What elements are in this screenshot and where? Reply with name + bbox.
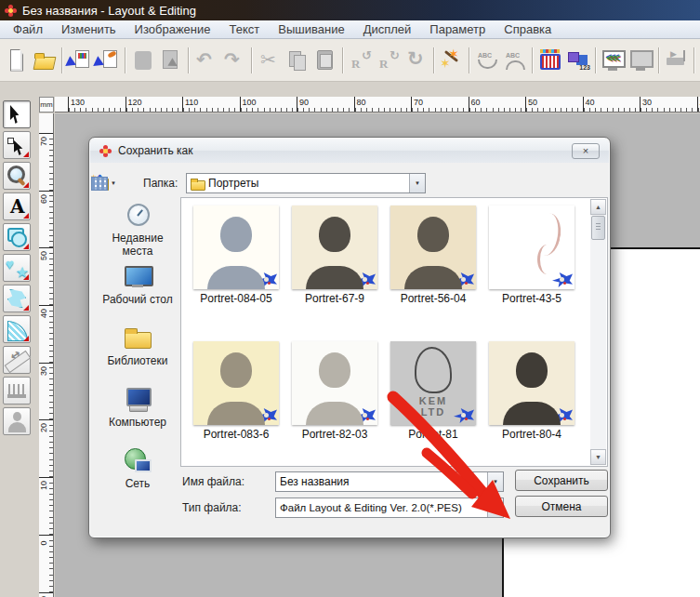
- toolbar-button-icon[interactable]: [601, 47, 627, 73]
- toolbar-button-icon[interactable]: [158, 47, 184, 73]
- tool-button-icon[interactable]: [3, 285, 31, 312]
- tool-button-icon[interactable]: [3, 407, 31, 435]
- toolbar-button-icon[interactable]: [284, 47, 310, 73]
- toolbar-button-icon[interactable]: [469, 47, 470, 73]
- ruler-tick-label: 100: [240, 97, 297, 112]
- place-item[interactable]: Недавние места: [97, 201, 178, 260]
- dialog-flower-icon: [99, 145, 112, 157]
- save-button[interactable]: Сохранить: [515, 470, 608, 491]
- close-icon[interactable]: ×: [572, 143, 600, 159]
- place-item[interactable]: Рабочий стол: [97, 262, 178, 322]
- file-thumbnail[interactable]: [193, 206, 279, 289]
- toolbar-button-icon[interactable]: [664, 47, 690, 73]
- file-item[interactable]: Portret-43-5: [482, 204, 581, 339]
- toolbar-button-icon[interactable]: [439, 47, 465, 73]
- tool-button-icon[interactable]: [3, 131, 31, 159]
- place-label: Библиотеки: [107, 354, 167, 367]
- menu-item[interactable]: Справка: [495, 20, 561, 38]
- file-item[interactable]: Portret-80-4: [482, 339, 581, 475]
- toolbar-button-icon[interactable]: [257, 47, 283, 73]
- file-thumbnail[interactable]: [193, 341, 279, 425]
- file-name: Portret-82-03: [285, 428, 384, 441]
- app-titlebar[interactable]: Без названия - Layout & Editing: [0, 0, 700, 20]
- tool-button-icon[interactable]: [3, 100, 31, 128]
- dialog-nav-button-icon[interactable]: [89, 173, 119, 192]
- toolbar-button-icon[interactable]: [502, 47, 528, 73]
- file-thumbnail[interactable]: [489, 341, 575, 425]
- menu-item[interactable]: Файл: [4, 20, 52, 38]
- file-thumbnail[interactable]: [292, 206, 377, 289]
- filename-value[interactable]: Без названия: [280, 475, 350, 488]
- chevron-down-icon[interactable]: [409, 174, 425, 192]
- tool-button-icon[interactable]: [3, 315, 31, 343]
- toolbar-button-icon[interactable]: [4, 47, 30, 73]
- folder-combobox[interactable]: Портреты: [186, 173, 426, 193]
- file-item[interactable]: Portret-67-9: [285, 204, 384, 339]
- toolbar-button-icon[interactable]: [95, 47, 121, 73]
- tool-button-icon[interactable]: [3, 223, 31, 251]
- scroll-down-icon[interactable]: ▼: [590, 449, 606, 465]
- toolbar-button-icon[interactable]: [348, 47, 374, 73]
- file-item[interactable]: Portret-82-03: [285, 339, 384, 475]
- toolbar-button-icon[interactable]: [537, 47, 563, 73]
- menu-item[interactable]: Дисплей: [354, 20, 421, 38]
- menu-item[interactable]: Изображение: [125, 20, 220, 38]
- toolbar-button-icon[interactable]: [628, 47, 654, 73]
- file-item[interactable]: KEM LTD Portret-81: [384, 339, 482, 475]
- scrollbar[interactable]: ▲ ▼: [590, 199, 606, 465]
- toolbar-button-icon[interactable]: [403, 47, 429, 73]
- toolbar-button-icon[interactable]: [342, 47, 344, 73]
- menu-item[interactable]: Изменить: [52, 20, 125, 38]
- toolbar-button-icon[interactable]: [188, 47, 190, 73]
- toolbar-button-icon[interactable]: [565, 47, 591, 73]
- cancel-button[interactable]: Отмена: [515, 496, 608, 517]
- chevron-down-icon[interactable]: [487, 472, 503, 491]
- toolbar-button-icon[interactable]: [125, 47, 126, 73]
- file-item[interactable]: Portret-084-05: [187, 204, 285, 339]
- menu-item[interactable]: Параметр: [420, 20, 495, 38]
- toolbar-button-icon[interactable]: [658, 47, 660, 73]
- toolbar-button-icon[interactable]: [693, 47, 695, 73]
- toolbar-button-icon[interactable]: [130, 47, 156, 73]
- vertical-ruler: 70605040302010010: [39, 113, 54, 597]
- place-item[interactable]: Сеть: [97, 446, 178, 506]
- place-item[interactable]: Компьютер: [97, 385, 178, 444]
- toolbar-button-icon[interactable]: [32, 47, 58, 73]
- toolbar-button-icon[interactable]: [61, 47, 63, 73]
- place-item[interactable]: Библиотеки: [97, 324, 178, 383]
- toolbar-button-icon[interactable]: [221, 47, 247, 73]
- tool-button-icon[interactable]: [3, 192, 31, 220]
- scroll-up-icon[interactable]: ▲: [590, 199, 606, 215]
- toolbar-button-icon[interactable]: [312, 47, 338, 73]
- file-name: Portret-56-04: [384, 292, 482, 305]
- scrollbar-thumb[interactable]: [591, 216, 605, 240]
- file-item[interactable]: Portret-56-04: [384, 204, 482, 339]
- tool-button-icon[interactable]: [3, 162, 31, 190]
- file-thumbnail[interactable]: KEM LTD: [390, 341, 476, 425]
- filename-combobox[interactable]: Без названия: [275, 471, 504, 492]
- tool-button-icon[interactable]: [3, 254, 31, 282]
- toolbar-button-icon[interactable]: [474, 47, 500, 73]
- toolbar-button-icon[interactable]: [433, 47, 435, 73]
- toolbar-button-icon[interactable]: [193, 47, 219, 73]
- toolbar-button-icon[interactable]: [376, 47, 402, 73]
- toolbar-button-icon[interactable]: [67, 47, 93, 73]
- ruler-tick-label: 40: [583, 97, 641, 112]
- file-item[interactable]: Portret-083-6: [187, 339, 285, 475]
- file-thumbnail[interactable]: [489, 206, 575, 289]
- chevron-down-icon[interactable]: [487, 498, 503, 517]
- toolbar-button-icon[interactable]: [595, 47, 597, 73]
- toolbar-button-icon[interactable]: [251, 47, 253, 73]
- tool-button-icon[interactable]: [3, 346, 31, 374]
- menu-item[interactable]: Текст: [220, 20, 270, 38]
- horizontal-ruler: 1301201101009080706050403020: [55, 97, 700, 113]
- menu-item[interactable]: Вышивание: [269, 20, 353, 38]
- toolbar-button-icon[interactable]: [532, 47, 534, 73]
- file-thumbnail[interactable]: [390, 206, 476, 289]
- tool-palette: [3, 100, 33, 438]
- embroidery-machine-icon: [552, 272, 573, 287]
- file-thumbnail[interactable]: [292, 341, 377, 425]
- dialog-titlebar[interactable]: Сохранить как ×: [90, 139, 609, 163]
- filetype-combobox[interactable]: Файл Layout & Editing Ver. 2.0(*.PES): [275, 498, 504, 518]
- tool-button-icon[interactable]: [3, 377, 31, 405]
